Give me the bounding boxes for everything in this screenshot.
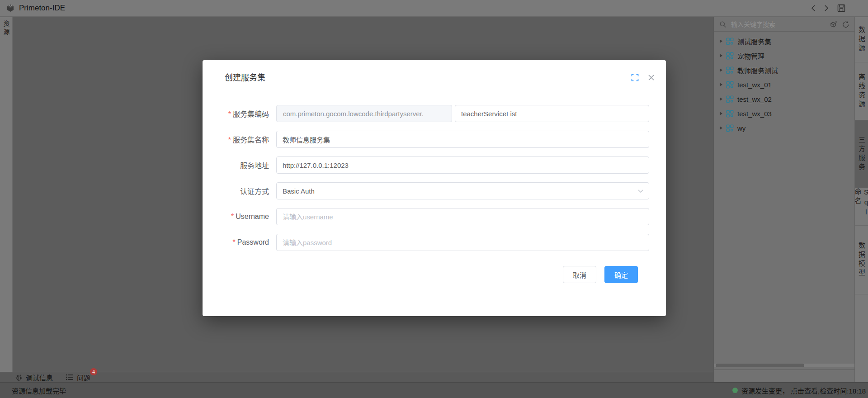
app-logo-icon	[6, 4, 15, 13]
bottom-panel-bar: 调试信息 问题 4	[0, 372, 713, 382]
username-input[interactable]	[276, 208, 649, 225]
service-set-icon	[726, 38, 734, 45]
close-icon[interactable]	[648, 74, 655, 81]
refresh-icon[interactable]	[842, 20, 850, 28]
auth-type-select[interactable]	[276, 182, 649, 199]
tab-strip-empty	[855, 294, 868, 382]
required-marker: *	[228, 136, 231, 144]
debug-info-label: 调试信息	[26, 373, 53, 382]
app-window: Primeton-IDE 资源	[0, 0, 868, 398]
form-row-password: *Password	[219, 234, 649, 251]
form-row-code: *服务集编码 com.primeton.gocom.lowcode.thirdp…	[219, 105, 649, 122]
nav-forward-icon[interactable]	[824, 5, 829, 12]
tree-item[interactable]: wy	[714, 121, 854, 135]
form-row-auth: 认证方式	[219, 182, 649, 199]
service-set-icon	[726, 66, 734, 74]
save-icon[interactable]	[837, 4, 845, 12]
horizontal-scrollbar[interactable]	[714, 364, 854, 367]
service-set-icon	[726, 124, 734, 132]
caret-right-icon[interactable]	[720, 83, 722, 86]
code-input[interactable]	[455, 105, 649, 122]
field-label-auth: 认证方式	[240, 188, 269, 195]
tree-item[interactable]: test_wx_03	[714, 106, 854, 121]
titlebar-actions	[811, 4, 845, 12]
cancel-button[interactable]: 取消	[563, 266, 596, 283]
problems-count-badge: 4	[90, 368, 97, 375]
field-label-name: 服务集名称	[233, 136, 269, 144]
field-label-password: Password	[237, 238, 269, 246]
tree-search-row	[714, 17, 854, 32]
service-set-icon	[726, 81, 734, 89]
tree-item-label: 测试服务集	[737, 37, 771, 46]
app-title: Primeton-IDE	[19, 4, 65, 13]
status-bar: 资源信息加载完毕 资源发生变更， 点击查看,检查时间:18:18	[0, 382, 868, 398]
title-bar: Primeton-IDE	[0, 0, 868, 17]
code-prefix-addon: com.primeton.gocom.lowcode.thirdpartyser…	[276, 105, 452, 122]
required-marker: *	[228, 110, 231, 118]
dialog-footer: 取消 确定	[219, 260, 649, 283]
scrollbar-thumb[interactable]	[716, 364, 804, 367]
tree-item-label: test_wx_03	[737, 110, 772, 118]
create-service-set-dialog: 创建服务集 *服务集编码 com.primeton.gocom.lowcode.…	[203, 60, 666, 316]
field-label-code: 服务集编码	[233, 110, 269, 118]
password-input[interactable]	[276, 234, 649, 251]
tab-resources[interactable]: 资源	[2, 17, 11, 372]
tree-item-label: test_wx_01	[737, 81, 772, 89]
dialog-title: 创建服务集	[225, 72, 265, 84]
caret-right-icon[interactable]	[720, 97, 722, 101]
status-dot-icon	[732, 388, 738, 393]
problems-button[interactable]: 问题 4	[66, 373, 90, 382]
nav-back-icon[interactable]	[811, 5, 816, 12]
tree-item[interactable]: test_wx_02	[714, 92, 854, 106]
caret-right-icon[interactable]	[720, 54, 722, 57]
tree-item-label: 宠物管理	[737, 51, 764, 61]
panel-divider	[714, 370, 854, 370]
tree-item-label: test_wx_02	[737, 95, 772, 103]
fullscreen-icon[interactable]	[631, 74, 639, 81]
field-label-username: Username	[236, 213, 269, 220]
tree-toolbar	[830, 20, 850, 28]
add-service-set-icon[interactable]	[830, 20, 838, 28]
resource-change-notice[interactable]: 资源发生变更， 点击查看,检查时间:18:18	[732, 386, 866, 395]
tree-item[interactable]: 教师服务测试	[714, 63, 854, 77]
form-row-username: *Username	[219, 208, 649, 225]
debug-info-button[interactable]: 调试信息	[15, 373, 53, 382]
tab-datasource[interactable]: 数据源	[855, 17, 868, 62]
service-address-input[interactable]	[276, 156, 649, 174]
dialog-header: 创建服务集	[203, 60, 666, 84]
confirm-button[interactable]: 确定	[604, 266, 638, 283]
left-tab-strip: 资源	[0, 17, 13, 372]
debug-icon	[15, 374, 23, 381]
required-marker: *	[231, 213, 234, 220]
form-row-name: *服务集名称	[219, 131, 649, 148]
service-tree-panel: 测试服务集 宠物管理 教师服务测试 test_wx_01 test_wx_02	[713, 17, 854, 382]
right-tab-strip: 数据源 离线资源 三方服务 命名Sql 数据模型	[854, 17, 868, 382]
caret-right-icon[interactable]	[720, 126, 722, 130]
tree-item[interactable]: 宠物管理	[714, 48, 854, 63]
problems-label: 问题	[77, 373, 90, 382]
dialog-form: *服务集编码 com.primeton.gocom.lowcode.thirdp…	[203, 84, 666, 283]
search-icon	[719, 21, 726, 28]
service-set-icon	[726, 52, 734, 60]
tab-data-model[interactable]: 数据模型	[855, 226, 868, 294]
tab-named-sql[interactable]: 命名Sql	[855, 188, 868, 226]
field-label-address: 服务地址	[240, 162, 269, 170]
name-input[interactable]	[276, 131, 649, 148]
service-set-icon	[726, 110, 734, 118]
resource-change-text: 资源发生变更， 点击查看,检查时间:18:18	[741, 386, 866, 395]
service-set-icon	[726, 95, 734, 103]
tab-thirdparty-services[interactable]: 三方服务	[855, 120, 868, 188]
service-set-tree: 测试服务集 宠物管理 教师服务测试 test_wx_01 test_wx_02	[714, 32, 854, 135]
status-message: 资源信息加载完毕	[12, 386, 66, 395]
tree-item-label: 教师服务测试	[737, 66, 778, 75]
tree-item-label: wy	[737, 124, 745, 132]
search-input[interactable]	[730, 20, 826, 28]
tree-item[interactable]: 测试服务集	[714, 34, 854, 48]
caret-right-icon[interactable]	[720, 39, 722, 43]
tree-item[interactable]: test_wx_01	[714, 77, 854, 92]
tab-offline-resources[interactable]: 离线资源	[855, 62, 868, 120]
problems-list-icon	[66, 374, 74, 381]
form-row-address: 服务地址	[219, 156, 649, 174]
caret-right-icon[interactable]	[720, 112, 722, 115]
caret-right-icon[interactable]	[720, 68, 722, 72]
